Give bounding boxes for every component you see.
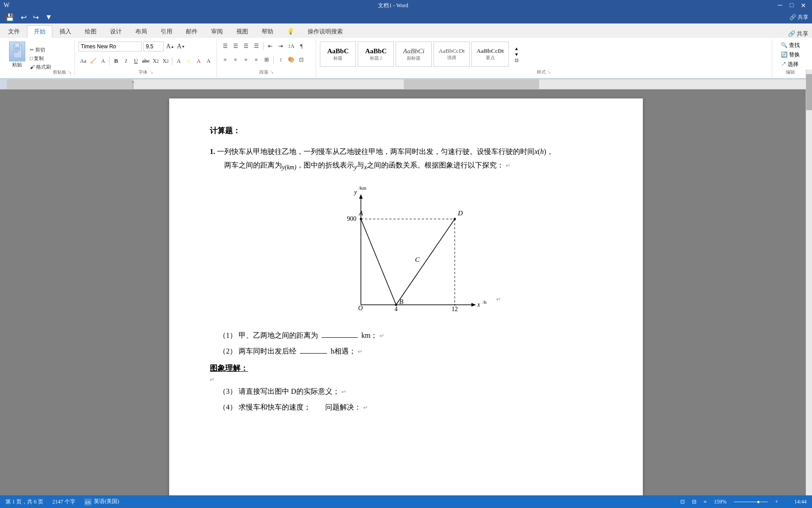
styles-scroll-buttons[interactable]: ▲ ▼ ⊡ — [512, 46, 521, 63]
pilcrow-btn[interactable]: ¶ — [297, 42, 306, 51]
tab-file[interactable]: 文件 — [2, 25, 26, 38]
sub-q1-para: ↵ — [379, 332, 384, 339]
maximize-button[interactable]: □ — [787, 1, 797, 9]
svg-marker-11 — [359, 194, 363, 199]
shading-btn[interactable]: 🎨 — [286, 56, 295, 65]
zoom-slider[interactable]: ──────●── — [734, 499, 768, 505]
font-color-btn2[interactable]: A — [194, 56, 203, 65]
clear-format-btn[interactable]: 🧹 — [88, 56, 97, 65]
document-area[interactable]: 计算题： 1. 一列快车从甲地驶往乙地，一列慢车从乙地驶往甲地，两车同时出发，匀… — [0, 89, 812, 508]
font-case-btn[interactable]: Aa — [78, 56, 88, 65]
coordinate-graph: y /km x /h O 4 12 900 — [316, 183, 496, 318]
increase-font-btn[interactable]: A▲ — [166, 42, 175, 51]
problem-number: 1. — [210, 148, 215, 155]
superscript-button[interactable]: X2 — [161, 56, 170, 65]
text-highlight-btn[interactable]: A — [184, 56, 193, 65]
strikethrough-button[interactable]: abc — [141, 56, 150, 65]
tab-view[interactable]: 视图 — [230, 25, 254, 38]
ribbon-tabs: 文件 开始 插入 绘图 设计 布局 引用 邮件 审阅 视图 帮助 💡 操作说明搜… — [0, 23, 812, 38]
sub-q3-para: ↵ — [341, 388, 346, 395]
close-button[interactable]: ✕ — [798, 1, 808, 9]
tab-help[interactable]: 帮助 — [255, 25, 280, 38]
replace-button[interactable]: 🔄 替换 — [781, 51, 800, 59]
edit-buttons: 🔍 查找 🔄 替换 ↗ 选择 — [781, 42, 800, 68]
style-emphasis[interactable]: AaBbCcDt 强调 — [434, 42, 470, 67]
numbered-list-btn[interactable]: ☰ — [241, 42, 250, 51]
font-name-input[interactable] — [78, 42, 142, 51]
tab-layout[interactable]: 布局 — [129, 25, 153, 38]
graph-para-mark: ↵ — [496, 296, 501, 303]
tab-home[interactable]: 开始 — [27, 25, 52, 38]
font-color-btn[interactable]: A — [98, 56, 107, 65]
subscript-button[interactable]: X2 — [151, 56, 160, 65]
style-subtitle[interactable]: AaBbCi 副标题 — [396, 42, 432, 67]
styles-items-row: AaBbC 标题 AaBbC 标题 2 AaBbCi 副标题 AaBbCcDt … — [320, 42, 768, 67]
share-button[interactable]: 🔗 共享 — [789, 14, 808, 21]
style-title2[interactable]: AaBbC 标题 2 — [358, 42, 394, 67]
bullet-list-btn[interactable]: ☰ — [221, 42, 230, 51]
minimize-button[interactable]: ─ — [775, 1, 785, 9]
style-title1[interactable]: AaBbC 标题 — [320, 42, 356, 67]
tab-design[interactable]: 设计 — [104, 25, 128, 38]
problem-1: 1. 一列快车从甲地驶往乙地，一列慢车从乙地驶往甲地，两车同时出发，匀速行驶。设… — [210, 145, 607, 174]
share-area[interactable]: 🔗 共享 — [788, 30, 812, 38]
line-spacing-btn[interactable]: ↕ — [276, 56, 285, 65]
format-painter-button[interactable]: 🖌 格式刷 — [28, 63, 53, 71]
font-group-label: 字体 ↘ — [78, 69, 213, 75]
separator2 — [172, 57, 172, 65]
styles-group: AaBbC 标题 AaBbC 标题 2 AaBbCi 副标题 AaBbCcDt … — [316, 40, 772, 77]
copy-button[interactable]: □ 复制 — [28, 55, 53, 62]
align-left-btn[interactable]: ≡ — [221, 56, 230, 65]
tab-mail[interactable]: 邮件 — [180, 25, 204, 38]
tab-search[interactable]: 操作说明搜索 — [301, 25, 349, 38]
tab-insert[interactable]: 插入 — [53, 25, 78, 38]
tab-references[interactable]: 引用 — [154, 25, 179, 38]
view-web-btn[interactable]: ⊟ — [692, 499, 697, 505]
decrease-indent-btn[interactable]: ⇤ — [266, 42, 275, 51]
undo-btn[interactable]: ↩ — [19, 12, 28, 23]
scroll-thumb[interactable] — [806, 74, 812, 110]
text-effect-btn[interactable]: A — [174, 56, 183, 65]
redo-btn[interactable]: ↪ — [31, 12, 41, 23]
bold-button[interactable]: B — [111, 56, 120, 65]
font-extra-btn[interactable]: A — [204, 56, 213, 65]
svg-line-25 — [361, 219, 396, 305]
style-title1-label: 标题 — [333, 55, 342, 61]
clipboard-label: 剪贴板 ↘ — [53, 69, 72, 76]
svg-rect-6 — [7, 79, 133, 89]
decrease-font-btn[interactable]: A▼ — [176, 42, 185, 51]
style-strong[interactable]: AaBbCcDt 要点 — [471, 42, 509, 67]
zoom-in-btn[interactable]: + — [775, 499, 778, 505]
sub-q4-number: （4） — [219, 403, 237, 411]
align-right-btn[interactable]: ≡ — [241, 56, 250, 65]
underline-button[interactable]: U — [131, 56, 140, 65]
svg-rect-2 — [14, 48, 20, 49]
vertical-scrollbar[interactable] — [806, 70, 812, 495]
tab-draw[interactable]: 绘图 — [78, 25, 103, 38]
increase-indent-btn[interactable]: ⇥ — [276, 42, 285, 51]
font-size-input[interactable] — [143, 42, 164, 51]
save-quick-btn[interactable]: 💾 — [4, 12, 16, 23]
italic-button[interactable]: I — [121, 56, 130, 65]
tab-tips-icon[interactable]: 💡 — [281, 25, 300, 38]
paragraph-group-label: 段落 ↘ — [221, 69, 312, 75]
select-button[interactable]: ↗ 选择 — [781, 61, 798, 68]
ribbon: 文件 开始 插入 绘图 设计 布局 引用 邮件 审阅 视图 帮助 💡 操作说明搜… — [0, 23, 812, 79]
columns-btn[interactable]: ⊞ — [262, 56, 271, 65]
align-justify-btn[interactable]: ≡ — [252, 56, 261, 65]
align-center-btn[interactable]: ≡ — [231, 56, 240, 65]
svg-text:x: x — [477, 301, 480, 308]
bullet-list-btn2[interactable]: ☰ — [231, 42, 240, 51]
view-print-btn[interactable]: ⊡ — [680, 499, 685, 505]
border-btn[interactable]: ⊡ — [297, 56, 306, 65]
tab-review[interactable]: 审阅 — [205, 25, 229, 38]
style-title2-text: AaBbC — [365, 47, 387, 55]
multi-list-btn[interactable]: ☰ — [252, 42, 261, 51]
cut-button[interactable]: ✂ 剪切 — [28, 46, 53, 54]
quick-access-dropdown[interactable]: ▼ — [43, 12, 54, 22]
paste-button[interactable]: 粘贴 — [6, 41, 28, 76]
find-button[interactable]: 🔍 查找 — [781, 42, 800, 49]
view-outline-btn[interactable]: ≡ — [704, 499, 707, 505]
problem-text-2: 两车之间的距离为y(km)，图中的折线表示y与x之间的函数关系。根据图象进行以下… — [224, 161, 504, 169]
sort-btn[interactable]: ↕A — [286, 42, 295, 51]
